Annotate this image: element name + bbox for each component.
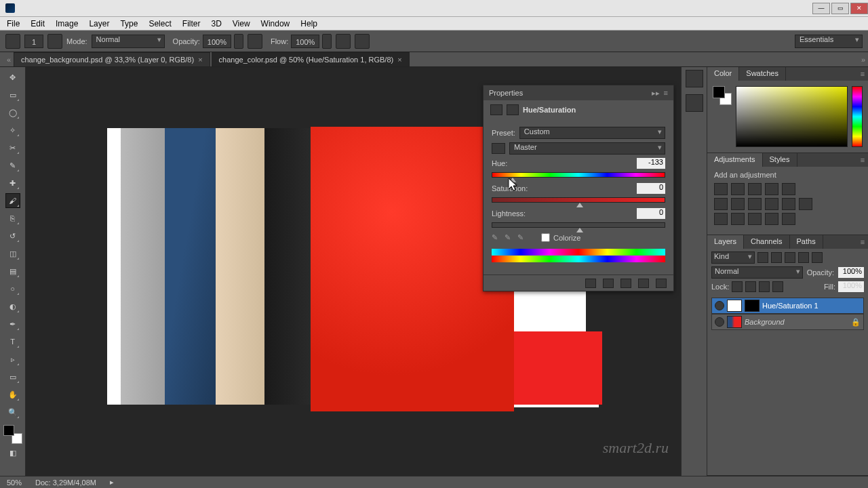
doc-info-arrow[interactable]: ▸ [110, 478, 114, 487]
filter-shape[interactable] [798, 252, 809, 263]
lock-image[interactable] [745, 281, 756, 292]
layers-panel-menu[interactable]: ≡ [857, 235, 868, 249]
adj-photofilter[interactable] [765, 198, 778, 210]
fg-bg-colors[interactable] [3, 425, 22, 444]
gradient-tool[interactable]: ▤ [5, 264, 20, 279]
light-value[interactable]: 0 [637, 208, 665, 219]
adj-vibrance[interactable] [782, 183, 795, 195]
filter-adjust[interactable] [771, 252, 782, 263]
menu-type[interactable]: Type [115, 18, 143, 30]
pressure-size-icon[interactable] [355, 34, 370, 49]
lasso-tool[interactable]: ◯ [5, 105, 20, 120]
adj-posterize[interactable] [731, 213, 745, 225]
menu-image[interactable]: Image [50, 18, 83, 30]
lock-position[interactable] [759, 281, 770, 292]
zoom-tool[interactable]: 🔍 [5, 405, 20, 420]
adj-invert[interactable] [714, 213, 728, 225]
colorize-checkbox[interactable]: Colorize [541, 233, 580, 242]
lock-all[interactable] [772, 281, 783, 292]
brush-size-picker[interactable]: 1 [24, 35, 43, 48]
brush-tool[interactable]: 🖌 [5, 193, 20, 208]
sat-value[interactable]: 0 [637, 183, 665, 194]
eyedropper-main-icon[interactable]: ✎ [492, 233, 498, 242]
adj-mixer[interactable] [782, 198, 795, 210]
channels-tab[interactable]: Channels [744, 235, 789, 249]
shape-tool[interactable]: ▭ [5, 369, 20, 384]
flow-dropdown[interactable] [322, 34, 332, 49]
blend-mode-select[interactable]: Normal [711, 266, 803, 279]
hue-slider[interactable] [492, 172, 665, 178]
marquee-tool[interactable]: ▭ [5, 87, 20, 102]
menu-help[interactable]: Help [295, 18, 323, 30]
move-tool[interactable]: ✥ [5, 70, 20, 85]
doc-tab-1[interactable]: change_background.psd @ 33,3% (Layer 0, … [14, 52, 210, 66]
layer-huesaturation[interactable]: Hue/Saturation 1 [711, 298, 864, 314]
eyedropper-sub-icon[interactable]: ✎ [517, 233, 524, 242]
adj-gradmap[interactable] [765, 213, 778, 225]
menu-window[interactable]: Window [256, 18, 296, 30]
doc-tab-2[interactable]: change_color.psd @ 50% (Hue/Saturation 1… [212, 52, 410, 66]
adj-bw[interactable] [748, 198, 762, 210]
visibility-toggle[interactable] [715, 317, 724, 327]
adj-brightness[interactable] [714, 183, 728, 195]
fill-value[interactable]: 100% [838, 281, 864, 292]
healing-tool[interactable]: ✚ [5, 176, 20, 190]
light-slider[interactable] [492, 222, 665, 228]
channel-select[interactable]: Master [509, 142, 665, 155]
minimize-button[interactable]: — [812, 3, 830, 14]
filter-type[interactable] [785, 252, 795, 263]
pressure-opacity-icon[interactable] [248, 34, 262, 49]
filter-smart[interactable] [812, 252, 823, 263]
color-tab[interactable]: Color [707, 67, 739, 81]
styles-tab[interactable]: Styles [763, 153, 797, 167]
layer-name[interactable]: Hue/Saturation 1 [762, 302, 818, 310]
hand-tool[interactable]: ✋ [5, 387, 20, 402]
layer-opacity-value[interactable]: 100% [838, 267, 864, 278]
tab-scroll-right[interactable]: » [861, 52, 868, 66]
eraser-tool[interactable]: ◫ [5, 246, 20, 261]
menu-3d[interactable]: 3D [205, 18, 226, 30]
type-tool[interactable]: T [5, 334, 20, 349]
menu-view[interactable]: View [227, 18, 256, 30]
mode-select[interactable]: Normal [92, 35, 165, 48]
collapse-icon[interactable]: ▸▸ [652, 89, 660, 98]
adjustments-tab[interactable]: Adjustments [707, 153, 763, 167]
flow-value[interactable]: 100% [291, 35, 319, 48]
adj-levels[interactable] [731, 183, 745, 195]
adj-hue[interactable] [714, 198, 728, 210]
opacity-dropdown[interactable] [234, 34, 243, 49]
tab-scroll-left[interactable]: « [7, 52, 14, 66]
sat-slider[interactable] [492, 197, 665, 203]
history-panel-icon[interactable] [686, 70, 703, 87]
close-button[interactable]: ✕ [850, 3, 868, 14]
layer-name[interactable]: Background [745, 318, 785, 326]
delete-adj[interactable] [656, 279, 667, 288]
menu-filter[interactable]: Filter [177, 18, 206, 30]
adj-selcolor[interactable] [782, 213, 795, 225]
pen-tool[interactable]: ✒ [5, 317, 20, 331]
maximize-button[interactable]: ▭ [831, 3, 849, 14]
doc-tab-1-close[interactable]: × [198, 56, 202, 64]
brush-size-value[interactable]: 1 [24, 35, 43, 48]
zoom-level[interactable]: 50% [7, 479, 22, 487]
panel-fg-bg[interactable] [713, 86, 732, 105]
visibility-toggle[interactable] [715, 301, 724, 310]
layers-tab[interactable]: Layers [707, 235, 744, 249]
panel-menu-icon[interactable]: ≡ [664, 89, 668, 98]
paths-tab[interactable]: Paths [790, 235, 823, 249]
swatches-tab[interactable]: Swatches [739, 67, 786, 81]
adj-curves[interactable] [748, 183, 762, 195]
adj-lookup[interactable] [799, 198, 812, 210]
menu-select[interactable]: Select [143, 18, 176, 30]
quickmask-toggle[interactable]: ◧ [5, 445, 20, 460]
adj-threshold[interactable] [748, 213, 762, 225]
tool-preset-picker[interactable] [5, 34, 20, 49]
color-panel-menu[interactable]: ≡ [857, 67, 868, 81]
mask-icon[interactable] [507, 104, 519, 115]
dodge-tool[interactable]: ◐ [5, 299, 20, 314]
hue-strip[interactable] [852, 86, 863, 147]
workspace-select[interactable]: Essentials [795, 35, 863, 48]
color-field[interactable] [736, 86, 848, 147]
eyedropper-tool[interactable]: ✎ [5, 158, 20, 173]
colorize-input[interactable] [541, 233, 550, 242]
